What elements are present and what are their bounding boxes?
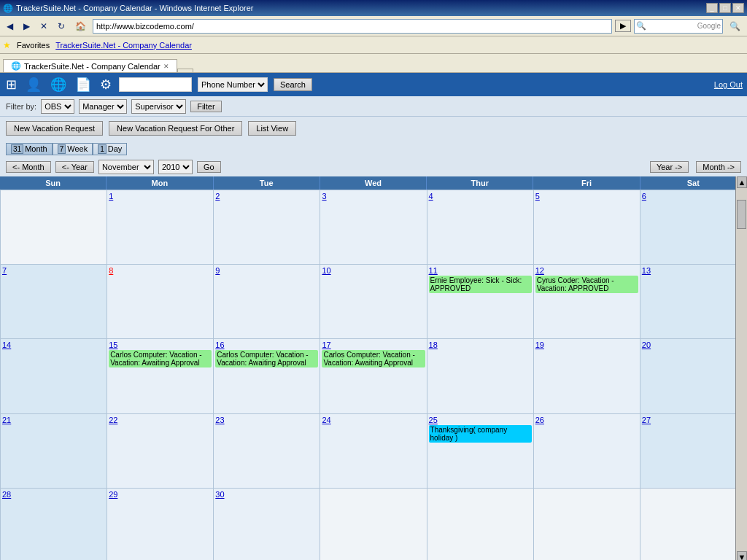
date-number[interactable]: 28 <box>2 490 105 499</box>
prev-year-button[interactable]: <- Year <box>55 161 94 173</box>
toolbar-icon-globe[interactable]: 🌐 <box>49 75 68 94</box>
month-select[interactable]: JanuaryFebruaryMarchAprilMayJuneJulyAugu… <box>98 160 154 174</box>
date-number[interactable]: 15 <box>109 341 212 349</box>
manager-select[interactable]: Manager <box>79 99 127 114</box>
date-number[interactable]: 10 <box>322 266 425 275</box>
date-number[interactable]: 22 <box>109 416 212 424</box>
favorites-bar: ★ Favorites TrackerSuite.Net - Company C… <box>0 36 747 54</box>
new-vacation-request-other-button[interactable]: New Vacation Request For Other <box>109 121 242 136</box>
next-year-button[interactable]: Year -> <box>650 161 689 173</box>
calendar-cell: 11Ernie Employee: Sick - Sick: APPROVED <box>427 265 534 339</box>
new-tab[interactable] <box>177 69 193 72</box>
calendar-event[interactable]: Cyrus Coder: Vacation - Vacation: APPROV… <box>535 276 638 293</box>
date-number[interactable]: 23 <box>215 416 318 424</box>
week-view-button[interactable]: 7 Week <box>53 143 93 155</box>
calendar-cell <box>534 489 640 560</box>
tab-close-icon[interactable]: ✕ <box>163 63 169 70</box>
date-number[interactable]: 14 <box>2 341 105 349</box>
date-number[interactable]: 18 <box>429 341 532 349</box>
date-number[interactable]: 5 <box>535 192 638 201</box>
active-tab[interactable]: 🌐 TrackerSuite.Net - Company Calendar ✕ <box>3 59 177 72</box>
date-number[interactable]: 2 <box>215 192 318 201</box>
google-label: Google <box>697 22 721 30</box>
app-toolbar: ⊞ 👤 🌐 📄 ⚙ Phone Number Email Name Search… <box>0 73 747 96</box>
calendar-event[interactable]: Carlos Computer: Vacation - Vacation: Aw… <box>322 350 425 368</box>
date-number[interactable]: 29 <box>109 490 212 499</box>
date-number[interactable]: 7 <box>2 266 105 275</box>
date-number[interactable]: 26 <box>535 416 638 424</box>
date-number[interactable]: 6 <box>642 192 745 201</box>
date-number[interactable]: 17 <box>322 341 425 349</box>
year-select[interactable]: 20082009201020112012 <box>158 160 193 174</box>
calendar-event[interactable]: Ernie Employee: Sick - Sick: APPROVED <box>429 276 532 293</box>
date-number[interactable]: 13 <box>642 266 745 275</box>
date-number[interactable]: 3 <box>322 192 425 201</box>
date-number[interactable]: 9 <box>215 266 318 275</box>
calendar-cell <box>427 489 534 560</box>
month-view-button[interactable]: 31 Month <box>6 143 53 155</box>
day-view-button[interactable]: 1 Day <box>93 143 127 155</box>
calendar-cell: 25Thanksgiving( company holiday ) <box>427 414 534 489</box>
next-month-button[interactable]: Month -> <box>696 161 741 173</box>
obs-select[interactable]: OBS <box>41 99 74 114</box>
calendar-cell: 12Cyrus Coder: Vacation - Vacation: APPR… <box>534 265 640 339</box>
scrollbar-thumb[interactable] <box>737 200 746 229</box>
date-number[interactable]: 25 <box>429 416 532 424</box>
date-number[interactable]: 1 <box>109 192 212 201</box>
toolbar-icon-user[interactable]: 👤 <box>24 75 43 94</box>
date-number[interactable]: 19 <box>535 341 638 349</box>
minimize-button[interactable]: _ <box>706 3 718 13</box>
toolbar-icon-settings[interactable]: ⚙ <box>98 75 113 94</box>
date-number[interactable]: 4 <box>429 192 532 201</box>
list-view-button[interactable]: List View <box>248 121 296 136</box>
calendar-event[interactable]: Carlos Computer: Vacation - Vacation: Aw… <box>215 350 318 368</box>
search-type-select[interactable]: Phone Number Email Name <box>198 77 268 92</box>
new-vacation-request-button[interactable]: New Vacation Request <box>6 121 103 136</box>
window-titlebar: 🌐 TrackerSuite.Net - Company Calendar - … <box>0 0 747 16</box>
date-number[interactable]: 30 <box>215 490 318 499</box>
calendar-event[interactable]: Carlos Computer: Vacation - Vacation: Aw… <box>109 350 212 368</box>
supervisor-select[interactable]: Supervisor <box>131 99 186 114</box>
calendar-cell: 22 <box>107 414 214 489</box>
scrollbar[interactable]: ▲ ▼ <box>735 176 747 560</box>
date-number[interactable]: 24 <box>322 416 425 424</box>
filter-button[interactable]: Filter <box>190 101 221 112</box>
date-number[interactable]: 27 <box>642 416 745 424</box>
calendar-cell <box>320 489 427 560</box>
prev-month-button[interactable]: <- Month <box>6 161 51 173</box>
close-button[interactable]: ✕ <box>732 3 744 13</box>
toolbar-icon-home[interactable]: ⊞ <box>4 75 18 94</box>
ie-search-input[interactable] <box>646 22 697 31</box>
search-button-ie[interactable]: 🔍 <box>726 19 744 34</box>
refresh-button[interactable]: ↻ <box>54 19 69 34</box>
date-number[interactable]: 16 <box>215 341 318 349</box>
back-button[interactable]: ◀ <box>3 19 17 34</box>
ie-icon: 🌐 <box>3 4 13 13</box>
date-number[interactable]: 21 <box>2 416 105 424</box>
day-icon: 1 <box>98 144 107 154</box>
calendar-event[interactable]: Thanksgiving( company holiday ) <box>429 425 532 443</box>
address-bar[interactable] <box>93 19 612 34</box>
calendar-cell: 19 <box>534 339 640 413</box>
date-number[interactable]: 8 <box>109 266 212 275</box>
calendar-cell: 26 <box>534 414 640 489</box>
forward-button[interactable]: ▶ <box>20 19 34 34</box>
stop-button[interactable]: ✕ <box>36 19 51 34</box>
search-button[interactable]: Search <box>274 78 312 91</box>
date-number[interactable]: 12 <box>535 266 638 275</box>
go-button[interactable]: ▶ <box>615 20 631 32</box>
home-button[interactable]: 🏠 <box>71 19 90 34</box>
toolbar-icon-docs[interactable]: 📄 <box>74 75 93 94</box>
search-icon-ie: 🔍 <box>636 21 646 31</box>
day-view-label: Day <box>108 144 123 153</box>
search-input[interactable] <box>119 77 192 92</box>
favorites-tab-icon: TrackerSuite.Net - Company Calendar <box>55 41 192 50</box>
go-nav-button[interactable]: Go <box>197 161 221 173</box>
maximize-button[interactable]: □ <box>719 3 731 13</box>
calendar-cell: 5 <box>534 190 640 265</box>
filter-by-label: Filter by: <box>6 102 36 111</box>
date-number[interactable]: 20 <box>642 341 745 349</box>
date-number[interactable]: 11 <box>429 266 532 275</box>
logout-button[interactable]: Log Out <box>714 80 743 89</box>
tab-bar: 🌐 TrackerSuite.Net - Company Calendar ✕ <box>0 54 747 73</box>
